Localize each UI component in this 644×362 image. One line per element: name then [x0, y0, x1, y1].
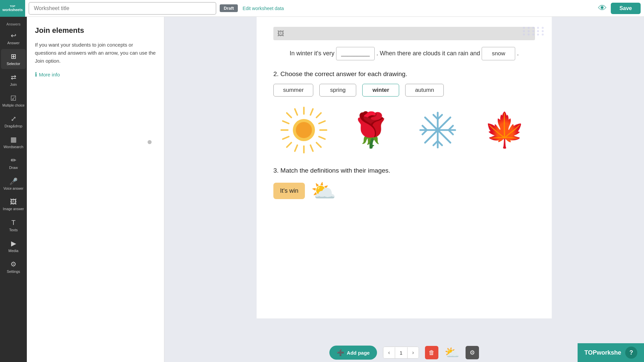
sidebar-item-media[interactable]: ▶ Media [1, 236, 26, 256]
season-image-autumn: 🍁 [474, 103, 535, 157]
preview-button[interactable]: 👁 [598, 3, 607, 13]
image-icon: 🖼 [277, 30, 284, 38]
image-answer-icon: 🖼 [10, 198, 17, 206]
sidebar-label-selector: Selector [7, 62, 20, 66]
sidebar-label-settings: Settings [7, 269, 20, 274]
partial-sentence: In winter it's very _________ . When the… [273, 47, 535, 60]
media-icon: ▶ [11, 239, 16, 247]
sidebar-label-multiple-choice: Multiple choice [2, 104, 24, 107]
panel-title: Join elements [35, 26, 156, 35]
svg-line-15 [319, 121, 325, 124]
sidebar-item-selector[interactable]: ⊞ Selector [1, 49, 26, 69]
voice-answer-icon: 🎤 [9, 177, 18, 185]
header: TOP worksheets Draft Edit worksheet data… [0, 0, 644, 17]
bottom-bar: ➕ Add page ‹ 1 › 🗑 ⛅ ⚙ [164, 343, 644, 362]
sidebar-item-settings[interactable]: ⚙ Settings [1, 257, 26, 277]
partial-end: . [517, 50, 519, 57]
texts-icon: T [11, 219, 15, 227]
season-images: 🌹 [273, 103, 535, 157]
svg-line-16 [310, 109, 313, 115]
sidebar-item-dragdrop[interactable]: ⤢ Drag&drop [1, 111, 26, 131]
it-win-text: It's win [280, 187, 298, 194]
sidebar-item-draw[interactable]: ✏ Draw [1, 153, 26, 173]
join-icon: ⇄ [11, 73, 16, 81]
add-page-button[interactable]: ➕ Add page [329, 346, 377, 360]
settings-cog-icon: ⚙ [470, 349, 475, 356]
sidebar-label-media: Media [8, 249, 18, 253]
worksheet-area: 🖼 In winter it's very _________ . When t… [257, 17, 552, 318]
sidebar-item-wordsearch[interactable]: ▦ Wordsearch [1, 132, 26, 152]
season-tags: summer spring winter autumn [273, 84, 535, 97]
sidebar-label-wordsearch: Wordsearch [3, 145, 23, 149]
dragdrop-icon: ⤢ [11, 115, 16, 123]
add-page-label: Add page [347, 350, 370, 356]
logo: TOP worksheets [0, 0, 25, 17]
svg-line-11 [319, 137, 325, 139]
worksheet-title-input[interactable] [29, 2, 216, 15]
sidebar-item-multiple-choice[interactable]: ☑ Multiple choice [1, 90, 26, 111]
cloud-sun-deco: ⛅ [311, 179, 336, 203]
page-number: 1 [395, 347, 408, 358]
sidebar-item-image-answer[interactable]: 🖼 Image answer [1, 194, 26, 215]
question-3-text: 3. Match the definitions with their imag… [273, 167, 535, 174]
main-content: 🖼 In winter it's very _________ . When t… [164, 17, 644, 362]
page-settings-button[interactable]: ⚙ [466, 346, 479, 359]
sidebar-item-answer[interactable]: ↩ Answer [1, 28, 26, 48]
svg-line-14 [283, 137, 289, 139]
sidebar-label-dragdrop: Drag&drop [4, 124, 22, 128]
blank-box-snow: snow [482, 47, 515, 60]
sidebar-label-draw: Draw [9, 166, 18, 170]
delete-page-button[interactable]: 🗑 [425, 346, 438, 359]
sidebar-label-answer: Answer [7, 41, 20, 45]
season-tag-spring: spring [319, 84, 356, 97]
svg-line-17 [295, 145, 298, 151]
svg-point-30 [435, 127, 440, 133]
info-icon: ℹ [35, 71, 37, 78]
svg-line-8 [316, 113, 321, 118]
draft-badge: Draft [220, 4, 238, 12]
next-page-button[interactable]: › [408, 347, 419, 358]
selector-icon: ⊞ [11, 52, 16, 60]
season-image-spring: 🌹 [340, 103, 401, 157]
wordsearch-icon: ▦ [10, 135, 17, 143]
sidebar-label-texts: Texts [9, 228, 18, 232]
season-tag-winter: winter [362, 84, 399, 97]
join-panel: Join elements If you want your students … [27, 17, 164, 362]
svg-point-1 [296, 122, 312, 138]
trash-icon: 🗑 [429, 349, 435, 356]
partial-prefix: In winter it's very [290, 50, 336, 57]
edit-worksheet-data-link[interactable]: Edit worksheet data [243, 6, 284, 11]
season-tag-autumn: autumn [405, 84, 444, 97]
svg-line-12 [295, 109, 298, 115]
panel-description: If you want your students to join concep… [35, 41, 156, 65]
answer-icon: ↩ [11, 32, 16, 40]
answers-section-label: Answers [0, 19, 27, 27]
svg-line-7 [316, 143, 321, 147]
more-info-link[interactable]: ℹ More info [35, 71, 156, 78]
svg-line-9 [287, 143, 291, 147]
partial-middle: . When there are clouds it can rain and [376, 50, 482, 57]
season-image-winter [407, 103, 468, 157]
sidebar-label-join: Join [10, 82, 17, 86]
season-tag-summer: summer [273, 84, 313, 97]
svg-line-13 [310, 145, 313, 151]
sidebar-item-texts[interactable]: T Texts [1, 215, 26, 235]
sidebar-label-voice-answer: Voice answer [3, 187, 23, 190]
save-button[interactable]: Save [611, 3, 641, 14]
page-navigation: ‹ 1 › [383, 347, 419, 359]
sidebar-label-image-answer: Image answer [3, 207, 24, 211]
draw-icon: ✏ [11, 156, 16, 164]
logo-top: TOP [10, 5, 15, 8]
svg-line-10 [283, 121, 289, 124]
sidebar-item-join[interactable]: ⇄ Join [1, 70, 26, 90]
question-2-text: 2. Choose the correct answer for each dr… [273, 70, 535, 78]
prev-page-button[interactable]: ‹ [383, 347, 394, 358]
logo-bottom: worksheets [2, 8, 23, 12]
more-info-label: More info [39, 72, 60, 77]
add-page-plus-icon: ➕ [337, 349, 344, 356]
image-toolbar[interactable]: 🖼 [273, 27, 535, 40]
sidebar-item-voice-answer[interactable]: 🎤 Voice answer [1, 174, 26, 194]
snow-decoration [523, 27, 545, 36]
multiple-choice-icon: ☑ [10, 94, 16, 102]
season-image-summer [273, 103, 334, 157]
